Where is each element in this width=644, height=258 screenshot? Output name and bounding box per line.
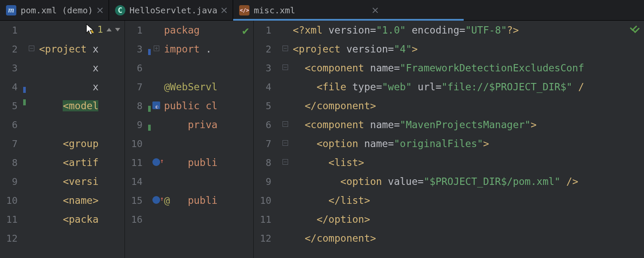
line-number: 4 [254, 82, 277, 92]
line-number: 6 [254, 120, 277, 130]
line-number: 10 [0, 195, 24, 206]
line-number: 9 [254, 176, 277, 187]
code-line[interactable]: 12 </component> [254, 229, 644, 248]
code-line[interactable]: 11 publi [125, 153, 253, 172]
code-line[interactable]: 6 <component name="MavenProjectsManager"… [254, 115, 644, 134]
code-line[interactable]: 14 [125, 172, 253, 191]
code-line[interactable]: 3 <component name="FrameworkDetectionExc… [254, 58, 644, 77]
gutter-glyph[interactable] [277, 46, 293, 52]
code-text: <versi [39, 176, 98, 187]
next-highlight-icon[interactable] [115, 28, 120, 31]
code-line[interactable]: 2<project x [0, 40, 125, 58]
editor-pane-misc[interactable]: 1<?xml version="1.0" encoding="UTF-8"?>2… [253, 21, 644, 258]
code-line[interactable]: 15@ publi [125, 191, 253, 210]
gutter-glyph[interactable] [277, 64, 293, 71]
code-line[interactable]: 3import . [125, 40, 253, 58]
gutter-glyph[interactable] [149, 196, 164, 205]
code-text: public cl [164, 100, 218, 111]
line-number: 8 [0, 157, 24, 168]
code-line[interactable]: 9 <option value="$PROJECT_DIR$/pom.xml" … [254, 172, 644, 191]
code-text: <component name="MavenProjectsManager"> [293, 119, 537, 130]
gutter-glyph[interactable] [149, 101, 164, 111]
code-text: @WebServl [164, 81, 218, 92]
code-line[interactable]: 9 <versi [0, 172, 125, 191]
gutter-glyph[interactable] [149, 46, 164, 52]
code-text: priva [164, 119, 218, 130]
line-number: 3 [125, 44, 149, 55]
code-line[interactable]: 6 [0, 115, 125, 134]
code-text: <group [39, 138, 98, 149]
code-line[interactable]: 4 x [0, 77, 125, 96]
code-text: import . [164, 43, 212, 55]
code-text: </list> [293, 195, 370, 206]
checkmark-icon[interactable]: ✔ [242, 24, 249, 37]
close-icon[interactable] [373, 8, 378, 13]
editor-pane-java[interactable]: ✔ 1packag3import .67@WebServl8public cl9… [125, 21, 253, 258]
code-line[interactable]: 9 priva [125, 115, 253, 134]
code-line[interactable]: 6 [125, 58, 253, 77]
no-problems-icon[interactable] [630, 24, 640, 34]
code-line[interactable]: 16 [125, 210, 253, 229]
line-number: 7 [0, 138, 24, 149]
close-icon[interactable] [222, 8, 227, 13]
code-line[interactable]: 4 <file type="web" url="file://$PROJECT_… [254, 77, 644, 96]
code-line[interactable]: 5 </component> [254, 96, 644, 115]
line-number: 14 [125, 176, 149, 187]
gutter-glyph[interactable] [277, 159, 293, 166]
code-text: <component name="FrameworkDetectionExclu… [293, 62, 584, 74]
tab-bar: m pom.xml (demo) C HelloServlet.java </>… [0, 0, 644, 21]
code-line[interactable]: 11 </option> [254, 210, 644, 229]
line-number: 2 [254, 44, 277, 55]
line-number: 9 [125, 120, 149, 130]
line-number: 4 [0, 82, 24, 92]
line-number: 11 [254, 214, 277, 225]
code-line[interactable]: 7@WebServl [125, 77, 253, 96]
code-line[interactable]: 8 <artif [0, 153, 125, 172]
code-text: <option value="$PROJECT_DIR$/pom.xml" /> [293, 176, 578, 187]
editor-pane-pom[interactable]: ▲ 1 12<project x3 x4 x5 <model67 <group8… [0, 21, 125, 258]
code-line[interactable]: 3 x [0, 58, 125, 77]
line-number: 16 [125, 214, 149, 225]
code-line[interactable]: 7 <option name="originalFiles"> [254, 134, 644, 153]
code-text: <project x [39, 43, 99, 55]
code-line[interactable]: 2<project version="4"> [254, 40, 644, 58]
gutter-glyph[interactable] [24, 46, 39, 52]
gutter-glyph[interactable] [277, 140, 293, 147]
code-text: x [39, 81, 98, 92]
line-number: 2 [0, 44, 24, 55]
code-line[interactable]: 10 [125, 134, 253, 153]
code-line[interactable]: 5 <model [0, 96, 125, 115]
code-text: publi [164, 157, 218, 168]
gutter-glyph[interactable] [277, 121, 293, 128]
code-line[interactable]: 10 </list> [254, 191, 644, 210]
close-icon[interactable] [97, 8, 103, 13]
code-line[interactable]: 11 <packa [0, 210, 125, 229]
code-line[interactable]: 10 <name> [0, 191, 125, 210]
warning-count: 1 [97, 24, 103, 35]
code-line[interactable]: 1<?xml version="1.0" encoding="UTF-8"?> [254, 21, 644, 40]
line-number: 3 [0, 63, 24, 74]
code-text: <project version="4"> [293, 43, 418, 55]
code-line[interactable]: 1packag [125, 21, 253, 40]
cursor-icon [86, 24, 95, 36]
code-line[interactable]: 12 [0, 229, 125, 248]
web-gutter-icon[interactable] [152, 101, 160, 109]
tab-misc-xml[interactable]: </> misc.xml [233, 0, 463, 20]
prev-highlight-icon[interactable] [106, 28, 112, 31]
tab-hello-servlet[interactable]: C HelloServlet.java [109, 0, 233, 20]
xml-icon: </> [239, 5, 249, 15]
code-line[interactable]: 8public cl [125, 96, 253, 115]
line-number: 5 [0, 101, 24, 111]
code-line[interactable]: 7 <group [0, 134, 125, 153]
line-number: 12 [254, 233, 277, 244]
override-icon[interactable] [152, 196, 160, 204]
override-icon[interactable] [152, 158, 160, 166]
line-number: 11 [125, 157, 149, 168]
code-line[interactable]: 8 <list> [254, 153, 644, 172]
tab-pom-xml[interactable]: m pom.xml (demo) [0, 0, 109, 20]
tab-label: misc.xml [254, 5, 295, 15]
line-number: 9 [0, 176, 24, 187]
line-number: 1 [0, 25, 24, 36]
code-text: <option name="originalFiles"> [293, 138, 489, 149]
gutter-glyph[interactable] [149, 158, 164, 167]
